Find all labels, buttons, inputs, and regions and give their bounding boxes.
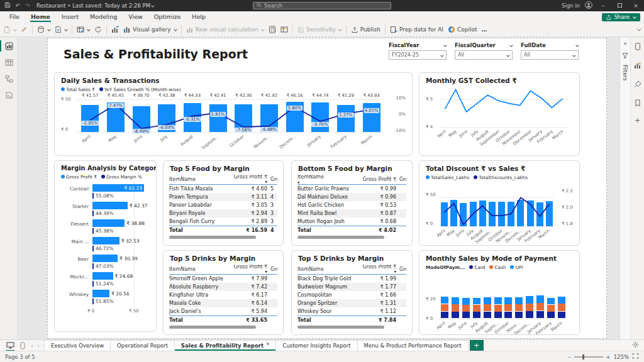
table-row[interactable]: Whiskey Sour₹ 1.12 — [297, 307, 406, 315]
tab-executive-overview[interactable]: Executive Overview — [44, 340, 111, 351]
settings-gear-icon[interactable] — [632, 341, 639, 349]
stack-segment-card[interactable] — [515, 312, 523, 319]
table-row[interactable]: Dal Makhani Deluxe₹ 0.96 — [297, 193, 406, 201]
column-header[interactable]: ItemName — [169, 177, 232, 182]
legend-item[interactable]: UPI — [510, 265, 523, 270]
save-icon[interactable] — [3, 2, 13, 9]
legend-item[interactable]: TotalSales_Lakhs — [426, 175, 469, 180]
top5-drinks-table-1[interactable]: ItemNameGross Profit ₹▼GrosSmirnoff Gree… — [169, 265, 277, 334]
legend-item[interactable]: TotalDiscounts_Lakhs — [474, 175, 528, 180]
stack-segment-card[interactable] — [494, 312, 502, 318]
format-pane-icon[interactable] — [634, 79, 641, 90]
card-top5-drinks-2[interactable]: Top 5 Drinks by Margin ItemNameGross Pro… — [291, 250, 413, 335]
search-input[interactable]: Search — [253, 2, 391, 9]
new-page-button[interactable]: + — [470, 340, 484, 351]
table-row[interactable]: Fish Tikka Masala₹ 4.605 — [169, 185, 277, 193]
legend-item[interactable]: Gross Margin % — [101, 174, 142, 180]
column-header[interactable]: ItemName▲ — [297, 175, 361, 185]
bar-January[interactable] — [311, 102, 329, 132]
stack-segment-upi[interactable] — [494, 297, 502, 304]
bar-July[interactable] — [470, 202, 477, 226]
scrollbar-thumb[interactable] — [297, 326, 384, 329]
bar-June[interactable] — [133, 106, 150, 132]
legend-item[interactable]: Cash — [489, 265, 506, 270]
stack-segment-upi[interactable] — [558, 297, 565, 304]
menu-file[interactable]: File — [4, 11, 25, 23]
stack-segment-upi[interactable] — [536, 295, 544, 303]
bar-January[interactable] — [527, 200, 534, 226]
copilot-button[interactable]: Copilot — [448, 26, 477, 33]
tab-customer-insights-report[interactable]: Customer Insights Report — [275, 340, 357, 351]
card-bottom5-food[interactable]: Bottom 5 Food by Margin ItemName▲Gross P… — [291, 160, 413, 246]
bar-August[interactable] — [479, 200, 486, 226]
table-row[interactable]: Cosmopolitan₹ 1.66 — [297, 291, 406, 299]
new-visual-button[interactable] — [111, 26, 119, 33]
stack-segment-upi[interactable] — [452, 297, 459, 304]
slicer-menu-chevron-icon[interactable] — [443, 43, 447, 47]
stack-segment-card[interactable] — [526, 311, 533, 318]
column-header[interactable]: ItemName — [169, 266, 232, 272]
add-pane-icon[interactable]: + — [635, 116, 640, 124]
legend-item[interactable]: Card — [469, 265, 485, 270]
bar-February[interactable] — [536, 202, 543, 226]
card-daily-sales[interactable]: Daily Sales & Transactions Total Sales ₹… — [54, 72, 413, 156]
filters-pane-label[interactable]: Filters — [622, 65, 628, 80]
horizontal-scrollbar[interactable] — [169, 326, 277, 329]
report-canvas[interactable]: Sales & Profitability Report FiscalYearF… — [18, 38, 619, 339]
table-view-icon[interactable] — [0, 54, 18, 70]
report-view-icon[interactable] — [0, 38, 18, 54]
scrollbar-thumb[interactable] — [297, 236, 384, 239]
menu-optimize[interactable]: Optimize — [148, 11, 187, 23]
visual-gallery-button[interactable]: Visual gallery — [123, 26, 177, 33]
redo-icon[interactable]: ↷ — [23, 3, 33, 9]
stack-segment-cash[interactable] — [462, 305, 470, 312]
bar-May[interactable] — [450, 200, 457, 226]
legend-item[interactable]: Total Sales ₹ — [61, 87, 95, 92]
stack-segment-upi[interactable] — [441, 297, 448, 304]
prep-data-for-ai-button[interactable]: Prep data for AI — [390, 26, 443, 33]
tab-operational-report[interactable]: Operational Report — [110, 340, 175, 351]
table-row[interactable]: Mint Raita Bowl₹ 0.87 — [297, 209, 406, 217]
stack-segment-card[interactable] — [441, 312, 448, 319]
build-visual-pane-icon[interactable] — [634, 60, 641, 72]
publish-button[interactable]: Publish — [351, 26, 380, 33]
stack-segment-cash[interactable] — [558, 304, 565, 311]
top5-drinks-table-2[interactable]: ItemNameGross Profit ₹▼GrosBlack Dog Tri… — [297, 265, 406, 334]
table-row[interactable]: Jack Daniel's₹ 5.94 — [169, 307, 277, 315]
share-button[interactable]: Share — [602, 13, 640, 21]
stack-segment-cash[interactable] — [441, 304, 448, 312]
table-row[interactable]: Absolute Raspberry₹ 7.42 — [169, 283, 277, 291]
minimize-button[interactable]: – — [597, 3, 609, 9]
stack-segment-upi[interactable] — [504, 297, 512, 304]
table-row[interactable]: Masala Coke₹ 6.14 — [169, 299, 277, 307]
tab-menu-product-performance-report[interactable]: Menu & Product Performance Report — [357, 340, 469, 351]
column-header[interactable]: ItemName — [297, 266, 361, 272]
stack-segment-card[interactable] — [547, 312, 555, 318]
bottom5-food-table[interactable]: ItemName▲Gross Profit ₹Gross MButter Gar… — [297, 175, 406, 245]
new-visual-calculation-button[interactable]: New visual calculation — [186, 26, 264, 33]
table-row[interactable]: Black Dog Triple Gold₹ 1.99 — [297, 275, 406, 283]
stack-segment-upi[interactable] — [462, 298, 470, 304]
close-tab-icon[interactable]: × — [266, 341, 269, 346]
column-header[interactable]: Gross M — [396, 177, 406, 182]
stack-segment-card[interactable] — [536, 311, 544, 319]
monthly-gst-chart[interactable]: ₹ 5₹ 4AprilMayJuneJulyAugustSeptemberOct… — [426, 85, 573, 154]
model-view-icon[interactable] — [0, 70, 18, 87]
discount-vs-sales-chart[interactable]: ₹ 50₹ 0₹ 2.2₹ 2.0₹ 1.8AprilMayJuneJulyAu… — [426, 181, 573, 244]
legend-item[interactable]: Gross Profit ₹ — [61, 174, 97, 180]
bar-June[interactable] — [460, 203, 467, 226]
stack-segment-card[interactable] — [558, 312, 565, 319]
menu-home[interactable]: Home — [25, 11, 56, 23]
filter-funnel-icon[interactable] — [622, 50, 628, 62]
table-row[interactable]: Bengali Fish Curry₹ 2.893 — [169, 217, 277, 226]
table-row[interactable]: Kingfisher Ultra₹ 6.17 — [169, 291, 277, 299]
zoom-out-button[interactable]: – — [568, 354, 570, 360]
new-measure-button[interactable] — [269, 26, 276, 33]
stack-segment-upi[interactable] — [473, 298, 480, 305]
column-header[interactable]: Gross Profit ₹▼ — [232, 265, 267, 275]
bar-Septem[interactable] — [489, 202, 496, 226]
quick-measure-button[interactable] — [280, 26, 288, 33]
bar-Beer[interactable] — [92, 255, 118, 262]
prev-page-arrow[interactable]: ‹ — [29, 343, 35, 349]
card-margin-analysis[interactable]: Margin Analysis by Category Gross Profit… — [54, 160, 157, 332]
